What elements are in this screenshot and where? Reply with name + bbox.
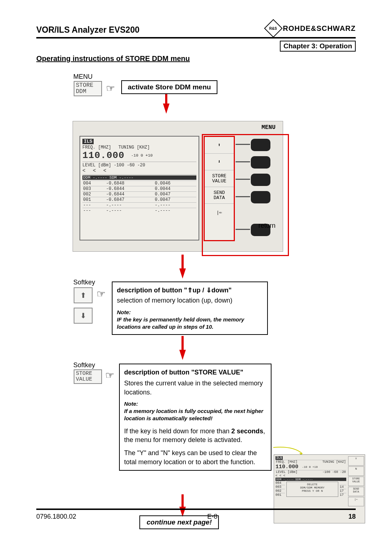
pointer-icon: ☜ — [106, 82, 115, 94]
mini-y-button[interactable]: Y — [348, 456, 364, 466]
arrow-icon — [181, 255, 184, 269]
lcd-screen: ILS FREQ. [MHZ]TUNING [KHZ] 110.000 -10 … — [79, 136, 199, 240]
activate-box: activate Store DDM menu — [121, 80, 217, 94]
softkey-column: ⬆ ⬇ STORE VALUE SEND DATA |⇐ — [204, 136, 235, 241]
product-title: VOR/ILS Analyzer EVS200 — [36, 25, 139, 35]
softkey-send-data[interactable]: SEND DATA — [205, 187, 234, 204]
desc-updown: description of button "⇑up / ⇓down" sele… — [112, 281, 268, 335]
softkey-up[interactable]: ⬆ — [205, 137, 234, 154]
menu-store-ddm[interactable]: STOREDDM — [74, 81, 102, 96]
hardware-button[interactable] — [251, 191, 270, 203]
softkey-return[interactable]: |⇐ — [205, 204, 234, 222]
section-title: Operating instructions of STORE DDM menu — [36, 54, 356, 63]
brand-block: R&S ROHDE&SCHWARZ — [267, 22, 356, 35]
arrow-icon — [179, 268, 186, 279]
softkey-store-value-box[interactable]: STOREVALUE — [74, 369, 102, 384]
brand-text: ROHDE&SCHWARZ — [283, 24, 356, 33]
device-photo: MENU ILS FREQ. [MHZ]TUNING [KHZ] 110.000… — [73, 121, 283, 252]
desc-store-value: description of button "STORE VALUE" Stor… — [119, 364, 271, 471]
return-label: return — [258, 222, 275, 230]
ddm-table: 004-0.68480.0046 003-0.68440.0044 002-0.… — [82, 181, 196, 213]
footer-page: 18 — [348, 513, 356, 520]
brand-logo-icon: R&S — [264, 19, 283, 38]
device-menu-label: MENU — [262, 124, 275, 131]
footer-left: 0796.1800.02 — [36, 513, 76, 520]
hardware-button[interactable] — [251, 139, 270, 151]
mini-return-button[interactable]: |⇐ — [348, 497, 364, 506]
softkey-store-value[interactable]: STORE VALUE — [205, 170, 234, 187]
footer-rule — [36, 509, 356, 510]
hardware-button[interactable] — [251, 156, 270, 169]
menu-label: MENU — [73, 73, 93, 81]
softkey-down-box[interactable]: ⬇ — [74, 308, 93, 324]
softkey-label: Softkey — [73, 361, 95, 369]
pointer-icon: ☜ — [97, 288, 106, 300]
mini-send-button[interactable]: SEND DATA — [348, 487, 364, 496]
header-rule — [36, 37, 356, 39]
arrow-icon — [179, 350, 186, 360]
arrow-icon — [163, 104, 170, 114]
footer-center: E-8 — [207, 513, 217, 520]
freq-value: 110.000 — [82, 150, 124, 161]
chapter-badge: Chapter 3: Operation — [280, 41, 356, 52]
softkey-down[interactable]: ⬇ — [205, 154, 234, 170]
hardware-button[interactable] — [251, 174, 270, 186]
arrow-icon — [165, 94, 167, 104]
mini-n-button[interactable]: N — [348, 466, 364, 476]
footer: 0796.1800.02 E-8 18 — [36, 513, 356, 520]
softkey-up-box[interactable]: ⬆ — [74, 287, 93, 303]
softkey-label: Softkey — [73, 279, 95, 286]
pointer-icon: ☜ — [105, 369, 114, 381]
mini-store-button[interactable]: STORE VALUE — [348, 477, 364, 486]
arrow-icon — [181, 494, 184, 507]
arrow-icon — [181, 336, 184, 351]
